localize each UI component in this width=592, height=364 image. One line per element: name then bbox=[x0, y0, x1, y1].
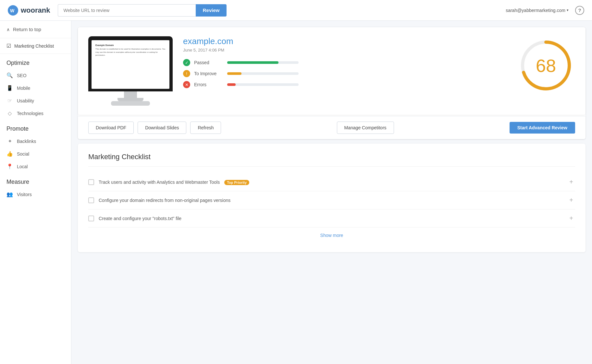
error-bar-bg bbox=[227, 83, 299, 86]
checklist-expand-1[interactable]: + bbox=[567, 196, 575, 204]
sidebar-marketing-checklist[interactable]: ☑ Marketing Checklist bbox=[0, 38, 71, 54]
checklist-card: Marketing Checklist Track users and acti… bbox=[78, 144, 586, 252]
svg-text:W: W bbox=[10, 8, 15, 13]
sidebar-item-visitors[interactable]: 👥 Visitors bbox=[0, 188, 71, 201]
chevron-up-icon: ∧ bbox=[6, 27, 10, 32]
checklist-checkbox-0[interactable] bbox=[88, 179, 94, 185]
review-date: June 5, 2017 4:06 PM bbox=[183, 48, 506, 53]
checklist-item-0: Track users and activity with Analytics … bbox=[88, 173, 575, 191]
sidebar-item-local[interactable]: 📍 Local bbox=[0, 160, 71, 173]
seo-icon: 🔍 bbox=[6, 72, 13, 78]
review-card: Example Domain This domain is establishe… bbox=[78, 27, 586, 115]
checklist-text-0: Track users and activity with Analytics … bbox=[99, 180, 563, 185]
metric-row-improve: ! To Improve bbox=[183, 70, 506, 77]
score-number: 68 bbox=[536, 55, 556, 76]
checklist-item-1: Configure your domain redirects from non… bbox=[88, 191, 575, 209]
mobile-icon: 📱 bbox=[6, 85, 13, 91]
sidebar-optimize-section: Optimize bbox=[0, 54, 71, 69]
logo-area: W woorank bbox=[8, 5, 50, 16]
action-bar: Download PDF Download Slides Refresh Man… bbox=[78, 116, 586, 139]
screen-content-area: Example Domain This domain is establishe… bbox=[95, 44, 166, 57]
user-email[interactable]: sarah@yabbermarketing.com ▾ bbox=[506, 8, 569, 13]
monitor-screen: Example Domain This domain is establishe… bbox=[92, 40, 169, 89]
checklist-checkbox-2[interactable] bbox=[88, 216, 94, 221]
chevron-down-icon: ▾ bbox=[567, 8, 569, 12]
download-pdf-button[interactable]: Download PDF bbox=[88, 122, 134, 134]
woorank-logo-icon: W bbox=[8, 5, 18, 16]
improve-label: To Improve bbox=[194, 71, 223, 76]
checklist-expand-2[interactable]: + bbox=[567, 215, 575, 222]
download-slides-button[interactable]: Download Slides bbox=[138, 122, 186, 134]
sidebar-promote-section: Promote bbox=[0, 120, 71, 135]
header-right: sarah@yabbermarketing.com ▾ ? bbox=[506, 6, 584, 15]
improve-icon: ! bbox=[183, 70, 190, 77]
error-icon: ✕ bbox=[183, 81, 190, 88]
score-circle-wrapper: 68 bbox=[517, 36, 575, 95]
error-label: Errors bbox=[194, 82, 223, 87]
social-icon: 👍 bbox=[6, 151, 13, 157]
monitor-neck bbox=[124, 91, 137, 98]
sidebar-item-mobile[interactable]: 📱 Mobile bbox=[0, 82, 71, 94]
logo-text: woorank bbox=[21, 6, 50, 15]
sidebar-item-seo[interactable]: 🔍 SEO bbox=[0, 69, 71, 82]
sidebar-item-technologies[interactable]: ◇ Technologies bbox=[0, 107, 71, 120]
sidebar: ∧ Return to top ☑ Marketing Checklist Op… bbox=[0, 21, 71, 364]
improve-bar-fill bbox=[227, 72, 241, 75]
review-section: Example Domain This domain is establishe… bbox=[78, 27, 586, 139]
help-button[interactable]: ? bbox=[575, 6, 584, 15]
checklist-expand-0[interactable]: + bbox=[567, 178, 575, 186]
sidebar-item-social[interactable]: 👍 Social bbox=[0, 147, 71, 160]
start-advanced-review-button[interactable]: Start Advanced Review bbox=[510, 122, 575, 134]
passed-bar-fill bbox=[227, 61, 278, 64]
monitor-stand bbox=[117, 98, 143, 101]
manage-competitors-button[interactable]: Manage Competitors bbox=[337, 122, 394, 134]
sidebar-return-to-top[interactable]: ∧ Return to top bbox=[0, 21, 71, 38]
priority-badge-0: Top Priority bbox=[224, 180, 249, 185]
review-button[interactable]: Review bbox=[196, 4, 227, 17]
metric-row-error: ✕ Errors bbox=[183, 81, 506, 88]
site-title: example.com bbox=[183, 36, 506, 46]
backlinks-icon: ✦ bbox=[6, 138, 13, 144]
show-more-button[interactable]: Show more bbox=[88, 228, 575, 243]
app-body: ∧ Return to top ☑ Marketing Checklist Op… bbox=[0, 21, 592, 364]
visitors-icon: 👥 bbox=[6, 191, 13, 197]
app-header: W woorank Review sarah@yabbermarketing.c… bbox=[0, 0, 592, 21]
url-input[interactable] bbox=[58, 4, 195, 17]
metrics-list: ✓ Passed ! To Improve bbox=[183, 59, 506, 88]
passed-icon: ✓ bbox=[183, 59, 190, 66]
checkbox-icon: ☑ bbox=[6, 43, 11, 49]
passed-label: Passed bbox=[194, 60, 223, 65]
checklist-title: Marketing Checklist bbox=[88, 153, 575, 167]
refresh-button[interactable]: Refresh bbox=[190, 122, 221, 134]
local-icon: 📍 bbox=[6, 163, 13, 170]
checklist-text-2: Create and configure your "robots.txt" f… bbox=[99, 216, 563, 221]
passed-bar-bg bbox=[227, 61, 299, 64]
main-content: Example Domain This domain is establishe… bbox=[71, 21, 592, 364]
sidebar-measure-section: Measure bbox=[0, 173, 71, 188]
monitor-base bbox=[111, 101, 150, 106]
usability-icon: ☞ bbox=[6, 98, 13, 104]
metric-row-passed: ✓ Passed bbox=[183, 59, 506, 66]
improve-bar-bg bbox=[227, 72, 299, 75]
score-area: example.com June 5, 2017 4:06 PM ✓ Passe… bbox=[183, 36, 506, 88]
checklist-text-1: Configure your domain redirects from non… bbox=[99, 198, 563, 203]
monitor-frame: Example Domain This domain is establishe… bbox=[88, 36, 173, 91]
sidebar-item-backlinks[interactable]: ✦ Backlinks bbox=[0, 135, 71, 147]
error-bar-fill bbox=[227, 83, 236, 86]
monitor-preview: Example Domain This domain is establishe… bbox=[88, 36, 173, 106]
checklist-checkbox-1[interactable] bbox=[88, 197, 94, 203]
url-input-area: Review bbox=[58, 4, 227, 17]
sidebar-item-usability[interactable]: ☞ Usability bbox=[0, 94, 71, 107]
technologies-icon: ◇ bbox=[6, 110, 13, 116]
checklist-item-2: Create and configure your "robots.txt" f… bbox=[88, 209, 575, 228]
